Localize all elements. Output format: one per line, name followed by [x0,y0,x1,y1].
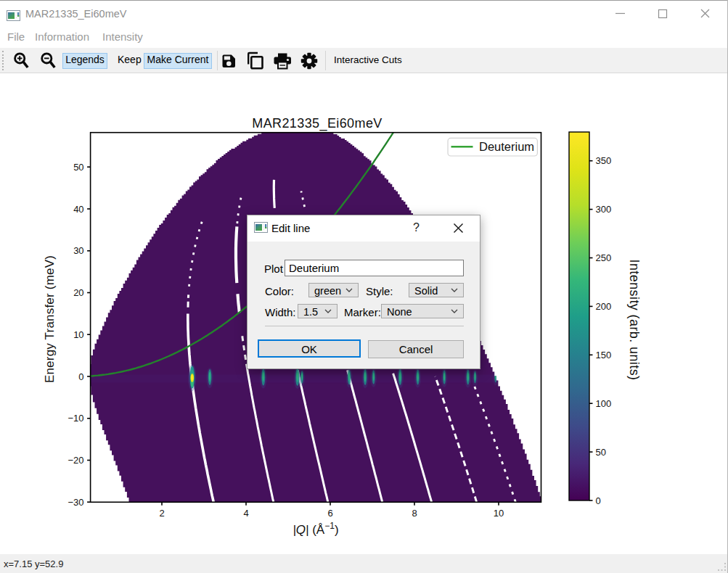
svg-text:2: 2 [159,508,164,519]
svg-text:350: 350 [596,155,612,166]
svg-text:4: 4 [243,508,248,519]
svg-text:−20: −20 [68,455,84,466]
svg-text:−10: −10 [68,413,84,424]
svg-text:Intensity (arb. units): Intensity (arb. units) [627,260,642,381]
svg-text:|Q| (Å−1): |Q| (Å−1) [293,521,338,537]
svg-text:Deuterium: Deuterium [479,140,534,153]
svg-text:30: 30 [73,245,83,256]
svg-text:100: 100 [596,398,612,409]
svg-text:50: 50 [596,447,606,458]
svg-text:−30: −30 [68,497,84,508]
svg-text:150: 150 [596,350,612,360]
svg-text:250: 250 [596,252,612,263]
svg-text:50: 50 [73,162,83,173]
svg-text:300: 300 [596,204,612,215]
svg-text:MAR21335_Ei60meV: MAR21335_Ei60meV [252,116,383,131]
svg-text:0: 0 [78,371,83,382]
svg-text:200: 200 [596,301,612,312]
svg-text:20: 20 [73,287,83,298]
svg-text:6: 6 [327,508,332,519]
svg-text:8: 8 [412,508,417,519]
svg-text:10: 10 [494,508,504,519]
svg-text:10: 10 [73,329,83,340]
svg-text:Energy Transfer (meV): Energy Transfer (meV) [43,255,57,383]
svg-text:0: 0 [596,495,601,506]
svg-text:40: 40 [73,204,83,215]
